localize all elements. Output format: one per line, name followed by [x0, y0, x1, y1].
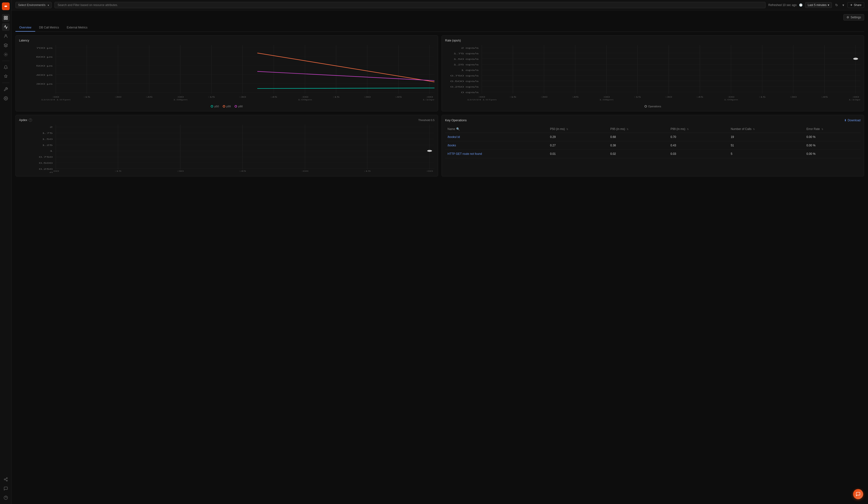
env-select-label: Select Environment/s	[18, 3, 45, 7]
row-1-p99: 0.70	[668, 133, 728, 141]
sidebar-item-integrations[interactable]	[2, 475, 10, 483]
table-row: /books 0.27 0.38 0.43 51 0.00 %	[445, 141, 860, 150]
svg-text::00: :00	[302, 170, 308, 172]
row-2-name[interactable]: /books	[445, 141, 548, 150]
svg-text:0.750: 0.750	[39, 156, 53, 158]
svg-text:1.75: 1.75	[42, 132, 53, 134]
svg-text:1:08pm: 1:08pm	[599, 99, 613, 101]
svg-text::45: :45	[821, 96, 828, 98]
sort-icon-p50[interactable]: ⇅	[566, 128, 568, 131]
apdex-chart-card: Apdex ? Threshold 0.5	[16, 115, 438, 176]
download-button[interactable]: ⬇ Download	[844, 119, 860, 122]
tab-external-metrics[interactable]: External Metrics	[63, 24, 91, 32]
legend-dot-p99	[223, 105, 225, 107]
svg-text::00: :00	[52, 96, 59, 98]
row-1-error-rate: 0.00 %	[804, 133, 860, 141]
clock-icon: 🕐	[799, 3, 803, 7]
apdex-info-icon[interactable]: ?	[29, 119, 32, 122]
col-p50: P50 (in ms) ⇅	[548, 125, 608, 133]
svg-text::15: :15	[634, 96, 641, 98]
svg-text::30: :30	[540, 96, 548, 98]
table-row: HTTP GET route not found 0.01 0.02 0.03 …	[445, 150, 860, 158]
row-2-calls: 51	[728, 141, 804, 150]
svg-text::45: :45	[239, 170, 246, 172]
sidebar-item-help[interactable]	[2, 494, 10, 502]
time-range-button[interactable]: Last 5 minutes ▾	[805, 2, 832, 8]
key-operations-table: Name 🔍 P50 (in ms) ⇅ P95 (in ms) ⇅	[445, 125, 860, 158]
sidebar-item-tools[interactable]	[2, 85, 10, 93]
sort-icon-calls[interactable]: ⇅	[753, 128, 755, 131]
row-3-name[interactable]: HTTP GET route not found	[445, 150, 548, 158]
apdex-header: Apdex ? Threshold 0.5	[19, 119, 434, 122]
share-label: Share	[854, 3, 861, 7]
svg-text::15: :15	[114, 170, 121, 172]
sidebar-item-layers[interactable]	[2, 41, 10, 49]
sidebar	[0, 0, 12, 504]
svg-text:0.250 ops/s: 0.250 ops/s	[451, 85, 479, 88]
svg-text:1.50: 1.50	[42, 138, 53, 140]
sidebar-item-dashboard[interactable]	[2, 23, 10, 31]
main-content: Select Environment/s ▾ Refreshed 10 sec …	[12, 0, 868, 504]
chat-fab-button[interactable]	[853, 489, 863, 499]
latency-chart-legend: p50 p99 p90	[19, 105, 434, 108]
col-error-rate: Error Rate ⇅	[804, 125, 860, 133]
sort-icon-error-rate[interactable]: ⇅	[822, 128, 823, 131]
sort-icon-p95[interactable]: ⇅	[627, 128, 629, 131]
svg-text:1:09pm: 1:09pm	[298, 99, 312, 101]
sidebar-item-settings[interactable]	[2, 94, 10, 102]
svg-point-7	[5, 98, 6, 99]
search-icon[interactable]: 🔍	[456, 127, 460, 131]
svg-text::30: :30	[177, 170, 184, 172]
sidebar-item-people[interactable]	[2, 32, 10, 40]
svg-text:400 μs: 400 μs	[36, 74, 53, 76]
tab-db-call-metrics[interactable]: DB Call Metrics	[35, 24, 63, 32]
svg-line-12	[5, 479, 6, 479]
svg-text::00: :00	[302, 96, 309, 98]
svg-point-8	[6, 478, 8, 479]
settings-button[interactable]: ⚙ Settings	[844, 14, 864, 20]
legend-p90: p90	[235, 105, 242, 108]
svg-text:1.50 ops/s: 1.50 ops/s	[453, 58, 479, 60]
svg-text::00: :00	[52, 170, 59, 172]
sidebar-item-rocket[interactable]	[2, 73, 10, 80]
more-options-button[interactable]: ▾	[841, 2, 845, 8]
chevron-down-icon: ▾	[828, 3, 829, 7]
svg-text:0 ops/s: 0 ops/s	[461, 91, 479, 94]
sidebar-item-home[interactable]	[2, 14, 10, 22]
tab-overview[interactable]: Overview	[16, 24, 35, 32]
svg-text::00: :00	[852, 96, 859, 98]
search-input[interactable]	[54, 2, 765, 8]
svg-text:0.500: 0.500	[39, 162, 53, 164]
refresh-button[interactable]: ↻	[834, 2, 839, 8]
svg-text::15: :15	[759, 96, 766, 98]
svg-rect-1	[6, 16, 7, 17]
bottom-grid: Apdex ? Threshold 0.5	[16, 115, 864, 176]
legend-dot-operations	[644, 105, 647, 107]
environment-select[interactable]: Select Environment/s ▾	[16, 2, 52, 8]
latency-chart-card: Latency	[16, 35, 438, 111]
svg-point-10	[6, 480, 8, 481]
svg-text::00: :00	[177, 96, 184, 98]
svg-text:1:10pm: 1:10pm	[848, 99, 860, 101]
row-2-p95: 0.38	[608, 141, 668, 150]
sidebar-item-alerts[interactable]	[2, 63, 10, 71]
key-operations-card: Key Operations ⬇ Download Name 🔍	[442, 115, 864, 176]
sidebar-item-messages[interactable]	[2, 485, 10, 492]
col-p99: P99 (in ms) ⇅	[668, 125, 728, 133]
legend-operations: Operations	[644, 105, 661, 108]
svg-text:1.25: 1.25	[42, 144, 53, 146]
sidebar-item-plugin[interactable]	[2, 51, 10, 58]
row-2-p99: 0.43	[668, 141, 728, 150]
svg-rect-3	[6, 18, 7, 20]
sort-icon-p99[interactable]: ⇅	[687, 128, 689, 131]
download-label: Download	[848, 119, 860, 122]
svg-line-11	[5, 480, 6, 480]
svg-text:1 ops/s: 1 ops/s	[461, 69, 479, 71]
row-1-name[interactable]: /books/:id	[445, 133, 548, 141]
svg-text::45: :45	[146, 96, 153, 98]
latency-chart-svg: 700 μs 600 μs 500 μs 400 μs 300 μs :00	[19, 45, 434, 103]
rate-chart-title: Rate (ops/s)	[445, 39, 860, 42]
settings-row: ⚙ Settings	[16, 14, 864, 20]
share-button[interactable]: ✈ Share	[847, 2, 864, 8]
svg-marker-5	[4, 44, 8, 45]
